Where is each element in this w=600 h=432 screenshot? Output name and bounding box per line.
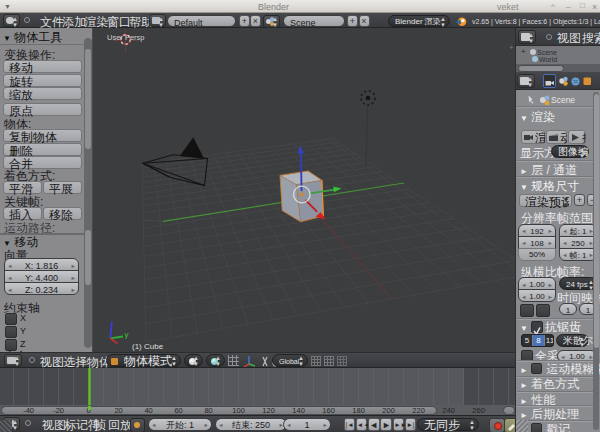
svg-text:y: y (125, 330, 129, 339)
